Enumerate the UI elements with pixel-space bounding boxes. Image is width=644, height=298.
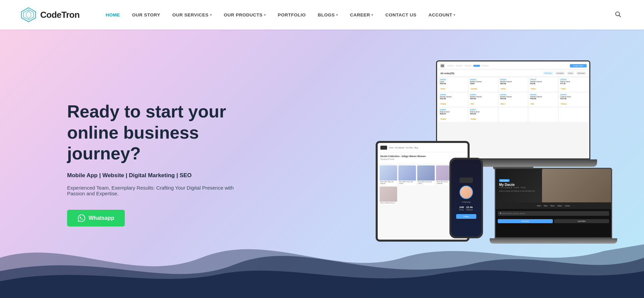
device-phone: Following 248 Posts 12.4k Followers Foll… <box>449 158 486 245</box>
services-chevron-icon: ▾ <box>210 13 212 17</box>
logo-icon <box>20 6 37 23</box>
nav-account[interactable]: ACCOUNT ▾ <box>422 0 462 30</box>
whatsapp-icon <box>78 214 85 222</box>
whatsapp-label: Whatsapp <box>89 215 114 221</box>
nav-our-story[interactable]: OUR STORY <box>126 0 166 30</box>
hero-left: Ready to start your online business jour… <box>0 74 235 253</box>
nav-blogs[interactable]: BLOGS ▾ <box>312 0 344 30</box>
logo-area[interactable]: CodeTron <box>20 6 79 23</box>
search-icon[interactable] <box>612 8 624 22</box>
nav-portfolio[interactable]: PORTFOLIO <box>272 0 312 30</box>
nav-our-services[interactable]: OUR SERVICES ▾ <box>166 0 218 30</box>
career-chevron-icon: ▾ <box>371 13 373 17</box>
nav-our-products[interactable]: OUR PRODUCTS ▾ <box>218 0 272 30</box>
hero-devices: Create Order All order(25) All Orders Ac… <box>376 60 617 248</box>
phone-screen: Following 248 Posts 12.4k Followers Foll… <box>449 158 483 238</box>
hero-section: Ready to start your online business jour… <box>0 30 644 298</box>
nav-contact-us[interactable]: CONTACT US <box>379 0 423 30</box>
whatsapp-button[interactable]: Whatsapp <box>67 210 125 227</box>
blogs-chevron-icon: ▾ <box>336 13 338 17</box>
main-nav: HOME OUR STORY OUR SERVICES ▾ OUR PRODUC… <box>100 0 612 30</box>
hero-description: Experienced Team, Exemplary Results: Cra… <box>67 185 235 196</box>
nav-career[interactable]: CAREER ▾ <box>344 0 379 30</box>
nav-home[interactable]: HOME <box>100 0 126 30</box>
products-chevron-icon: ▾ <box>264 13 266 17</box>
hero-subtitle: Mobile App | Website | Digital Marketing… <box>67 172 235 179</box>
account-chevron-icon: ▾ <box>453 13 455 17</box>
svg-line-4 <box>619 15 621 17</box>
device-laptop-small: My Darzie My Darzie TAILORED FOR YOU Sel… <box>490 168 617 248</box>
header: CodeTron HOME OUR STORY OUR SERVICES ▾ O… <box>0 0 644 30</box>
logo-text: CodeTron <box>40 10 79 20</box>
laptop-small-screen: My Darzie My Darzie TAILORED FOR YOU Sel… <box>495 168 612 238</box>
hero-title: Ready to start your online business jour… <box>67 101 235 164</box>
